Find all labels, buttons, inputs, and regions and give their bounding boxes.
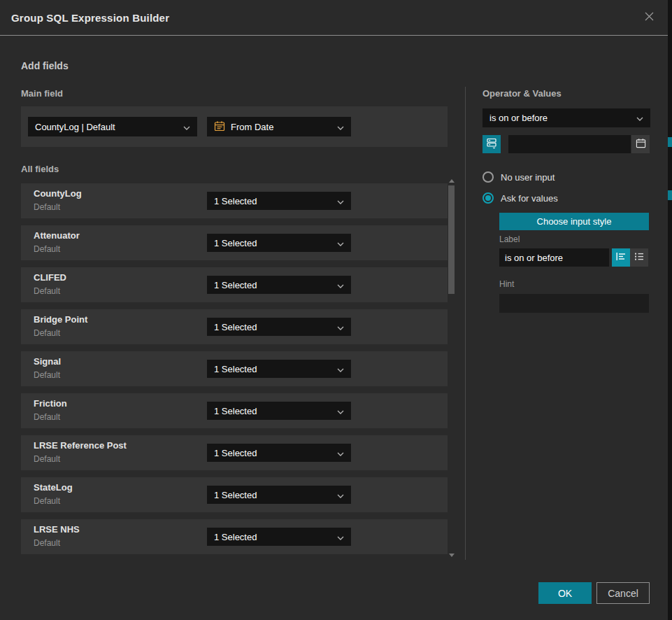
main-date-field-value: From Date	[231, 122, 273, 132]
field-sublabel: Default	[34, 286, 60, 296]
radio-label: Ask for values	[501, 193, 558, 204]
field-name: Attenuator	[34, 230, 80, 241]
panel-divider	[465, 87, 466, 560]
all-fields-list: CountyLog Default 1 Selected Attenuator …	[21, 183, 448, 561]
selected-count: 1 Selected	[214, 490, 257, 500]
align-left-icon	[616, 252, 626, 263]
field-selected-dropdown[interactable]: 1 Selected	[207, 360, 351, 378]
radio-circle	[482, 171, 494, 183]
field-name: LRSE NHS	[34, 524, 80, 535]
input-style-segmented-control	[612, 248, 648, 267]
operator-values-heading: Operator & Values	[482, 88, 562, 99]
choose-input-style-button[interactable]: Choose input style	[499, 213, 649, 230]
selected-count: 1 Selected	[214, 280, 257, 290]
value-input[interactable]	[508, 135, 631, 153]
selected-count: 1 Selected	[214, 532, 257, 542]
field-stack-icon	[486, 137, 498, 151]
close-button[interactable]	[641, 10, 657, 25]
label-caption: Label	[499, 234, 520, 244]
chevron-down-icon	[337, 532, 344, 542]
main-layer-select[interactable]: CountyLog | Default	[28, 117, 197, 136]
chevron-down-icon	[337, 196, 344, 206]
chevron-down-icon	[337, 280, 344, 290]
background-app-edge	[668, 0, 672, 620]
field-selected-dropdown[interactable]: 1 Selected	[207, 192, 351, 210]
selected-count: 1 Selected	[214, 322, 257, 332]
field-sublabel: Default	[34, 538, 60, 548]
field-sublabel: Default	[34, 244, 60, 254]
field-row-countylog: CountyLog Default 1 Selected	[21, 183, 448, 218]
selected-count: 1 Selected	[214, 448, 257, 458]
field-sublabel: Default	[34, 454, 60, 464]
field-sublabel: Default	[34, 370, 60, 380]
selected-count: 1 Selected	[214, 364, 257, 374]
radio-circle-selected	[482, 192, 494, 204]
hint-caption: Hint	[499, 279, 514, 289]
field-selected-dropdown[interactable]: 1 Selected	[207, 528, 351, 546]
chevron-down-icon	[337, 490, 344, 500]
chevron-down-icon	[337, 322, 344, 332]
date-picker-button[interactable]	[631, 135, 650, 153]
label-input[interactable]	[499, 248, 609, 267]
hint-input[interactable]	[499, 294, 649, 313]
field-row-signal: Signal Default 1 Selected	[21, 351, 448, 386]
chevron-down-icon	[337, 122, 344, 132]
field-name: Bridge Point	[34, 314, 87, 325]
field-name: LRSE Reference Post	[34, 440, 127, 451]
list-value-style-button[interactable]	[630, 248, 648, 267]
field-row-lrse-reference-post: LRSE Reference Post Default 1 Selected	[21, 435, 448, 470]
close-icon	[644, 11, 655, 24]
field-selected-dropdown[interactable]: 1 Selected	[207, 486, 351, 504]
main-layer-select-value: CountyLog | Default	[35, 122, 115, 132]
scrollbar-down-arrow[interactable]	[449, 554, 455, 557]
edge-accent-fragment	[668, 137, 672, 147]
main-date-field-select[interactable]: From Date	[207, 117, 351, 136]
field-selected-dropdown[interactable]: 1 Selected	[207, 402, 351, 420]
field-row-friction: Friction Default 1 Selected	[21, 393, 448, 428]
field-selected-dropdown[interactable]: 1 Selected	[207, 318, 351, 336]
chevron-down-icon	[183, 122, 190, 132]
field-selected-dropdown[interactable]: 1 Selected	[207, 444, 351, 462]
radio-ask-for-values[interactable]: Ask for values	[482, 192, 558, 204]
operator-select[interactable]: is on or before	[482, 108, 650, 127]
field-sublabel: Default	[34, 328, 60, 338]
main-field-box: CountyLog | Default From Date	[21, 106, 448, 147]
field-sublabel: Default	[34, 412, 60, 422]
field-sublabel: Default	[34, 496, 60, 506]
field-row-lrse-nhs: LRSE NHS Default 1 Selected	[21, 519, 448, 554]
main-field-label: Main field	[21, 88, 63, 99]
dialog-header: Group SQL Expression Builder	[0, 0, 668, 36]
calendar-icon	[636, 138, 646, 150]
field-name: CLIFED	[34, 272, 66, 283]
cancel-button[interactable]: Cancel	[596, 582, 650, 604]
field-row-attenuator: Attenuator Default 1 Selected	[21, 225, 448, 260]
chevron-down-icon	[337, 364, 344, 374]
chevron-down-icon	[337, 448, 344, 458]
field-name: Signal	[34, 356, 61, 367]
single-value-style-button[interactable]	[612, 248, 630, 267]
edge-accent-fragment	[668, 190, 672, 200]
radio-no-user-input[interactable]: No user input	[482, 171, 555, 183]
radio-label: No user input	[501, 172, 555, 183]
operator-select-value: is on or before	[489, 113, 548, 123]
selected-count: 1 Selected	[214, 406, 257, 416]
scrollbar-thumb[interactable]	[448, 185, 455, 294]
selected-count: 1 Selected	[214, 238, 257, 248]
selected-count: 1 Selected	[214, 196, 257, 206]
field-name: StateLog	[34, 482, 73, 493]
value-source-toggle-button[interactable]	[482, 135, 501, 153]
field-row-clifed: CLIFED Default 1 Selected	[21, 267, 448, 302]
field-name: CountyLog	[34, 188, 82, 199]
ok-button[interactable]: OK	[538, 582, 592, 604]
field-sublabel: Default	[34, 202, 60, 212]
group-sql-expression-builder-dialog: Group SQL Expression Builder Add fields …	[0, 0, 668, 620]
field-selected-dropdown[interactable]: 1 Selected	[207, 234, 351, 252]
field-row-statelog: StateLog Default 1 Selected	[21, 477, 448, 512]
chevron-down-icon	[337, 238, 344, 248]
screen: Group SQL Expression Builder Add fields …	[0, 0, 672, 620]
all-fields-label: All fields	[21, 164, 59, 174]
field-row-bridge-point: Bridge Point Default 1 Selected	[21, 309, 448, 344]
scrollbar-up-arrow[interactable]	[449, 179, 455, 183]
field-selected-dropdown[interactable]: 1 Selected	[207, 276, 351, 294]
chevron-down-icon	[337, 406, 344, 416]
